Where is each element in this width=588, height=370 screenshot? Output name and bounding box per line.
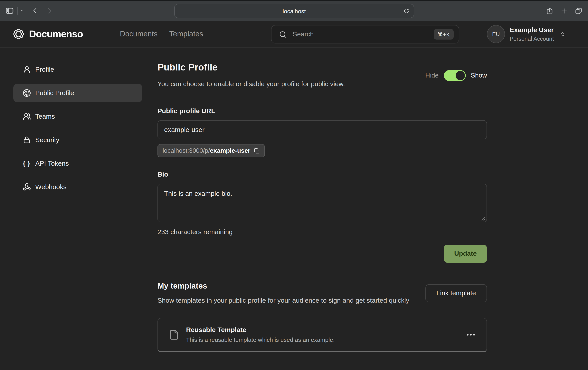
new-tab-icon[interactable] <box>560 7 568 15</box>
bio-textarea-wrap: This is an example bio. <box>158 184 487 222</box>
refresh-icon[interactable] <box>403 8 409 14</box>
toolbar-divider <box>17 6 18 15</box>
user-name: Example User <box>510 26 554 34</box>
lock-icon <box>22 136 31 144</box>
my-templates-text: My templates Show templates in your publ… <box>158 281 409 305</box>
template-menu-ellipsis-icon[interactable] <box>466 332 476 338</box>
content-header: Public Profile You can choose to enable … <box>158 62 487 89</box>
sidebar-item-label: API Tokens <box>35 160 69 167</box>
app-header: Documenso Documents Templates ⌘+K EU Exa… <box>0 21 588 48</box>
browser-toolbar: localhost <box>0 0 588 21</box>
section-divider <box>158 97 487 97</box>
bio-label: Bio <box>158 171 487 179</box>
url-chip-value: example-user <box>210 147 250 154</box>
sidebar-item-webhooks[interactable]: Webhooks <box>13 178 142 196</box>
characters-remaining: 233 characters remaining <box>158 228 487 236</box>
account-type: Personal Account <box>510 35 554 42</box>
settings-sidebar: Profile Public Profile <box>13 60 142 196</box>
address-bar-url: localhost <box>283 8 306 14</box>
share-icon[interactable] <box>546 7 554 15</box>
link-template-button[interactable]: Link template <box>425 284 487 302</box>
chevrons-up-down-icon <box>559 31 566 37</box>
my-templates-title: My templates <box>158 281 409 290</box>
sidebar-item-public-profile[interactable]: Public Profile <box>13 84 142 102</box>
visibility-toggle[interactable] <box>444 70 466 81</box>
forward-icon[interactable] <box>46 7 53 14</box>
sidebar-item-profile[interactable]: Profile <box>13 60 142 79</box>
sidebar-item-label: Teams <box>35 113 55 120</box>
profile-url-input[interactable] <box>158 120 487 139</box>
user-text: Example User Personal Account <box>510 26 554 42</box>
public-profile-content: Public Profile You can choose to enable … <box>158 48 487 352</box>
file-icon <box>169 329 179 341</box>
sidebar-item-label: Profile <box>35 66 54 73</box>
avatar: EU <box>487 25 505 43</box>
sidebar-item-security[interactable]: Security <box>13 131 142 149</box>
search-icon <box>279 30 287 38</box>
nav-templates[interactable]: Templates <box>169 30 203 38</box>
template-description: This is a reusable template which is use… <box>186 336 335 344</box>
documenso-logo-icon <box>12 28 25 40</box>
template-card: Reusable Template This is a reusable tem… <box>158 318 487 352</box>
update-row: Update <box>158 245 487 263</box>
page-subtitle: You can choose to enable or disable your… <box>158 80 345 89</box>
hide-label: Hide <box>425 72 439 79</box>
globe-icon <box>22 89 31 97</box>
sidebar-item-api-tokens[interactable]: { } API Tokens <box>13 154 142 173</box>
search-shortcut-badge: ⌘+K <box>434 29 454 40</box>
sidebar-toggle-icon[interactable] <box>5 6 14 15</box>
content-header-text: Public Profile You can choose to enable … <box>158 62 345 89</box>
user-icon <box>22 65 31 74</box>
global-search[interactable]: ⌘+K <box>271 25 459 43</box>
webhook-icon <box>22 183 31 191</box>
profile-url-chip: localhost:3000/p/example-user <box>158 144 265 157</box>
tab-overview-icon[interactable] <box>575 7 583 15</box>
screen: localhost <box>0 0 588 370</box>
documenso-app: Documenso Documents Templates ⌘+K EU Exa… <box>0 21 588 48</box>
sidebar-item-teams[interactable]: Teams <box>13 107 142 126</box>
address-bar[interactable]: localhost <box>174 4 414 18</box>
my-templates-description: Show templates in your public profile fo… <box>158 296 409 305</box>
template-text: Reusable Template This is a reusable tem… <box>186 326 335 344</box>
search-input[interactable] <box>292 30 434 39</box>
update-button[interactable]: Update <box>444 245 487 263</box>
browser-nav-controls <box>5 1 53 21</box>
visibility-toggle-group: Hide Show <box>425 70 487 81</box>
braces-icon: { } <box>22 160 31 167</box>
users-icon <box>22 112 31 121</box>
url-chip-prefix: localhost:3000/p/ <box>163 147 210 154</box>
template-title: Reusable Template <box>186 326 335 334</box>
brand[interactable]: Documenso <box>12 28 83 40</box>
nav-documents[interactable]: Documents <box>120 30 158 38</box>
brand-name: Documenso <box>29 28 83 40</box>
toggle-thumb <box>455 71 465 80</box>
sidebar-item-label: Webhooks <box>35 183 67 191</box>
sidebar-item-label: Public Profile <box>35 89 74 97</box>
sidebar-item-label: Security <box>35 136 59 144</box>
back-icon[interactable] <box>31 7 39 14</box>
bio-textarea[interactable]: This is an example bio. <box>158 184 487 222</box>
my-templates-header: My templates Show templates in your publ… <box>158 281 487 305</box>
show-label: Show <box>471 72 487 79</box>
main-nav: Documents Templates <box>120 30 203 38</box>
browser-actions <box>546 1 583 21</box>
profile-url-label: Public profile URL <box>158 107 487 115</box>
copy-icon[interactable] <box>254 148 260 154</box>
user-menu[interactable]: EU Example User Personal Account <box>487 25 566 43</box>
sidebar-chevron-down-icon[interactable] <box>20 9 24 13</box>
page-title: Public Profile <box>158 62 345 73</box>
